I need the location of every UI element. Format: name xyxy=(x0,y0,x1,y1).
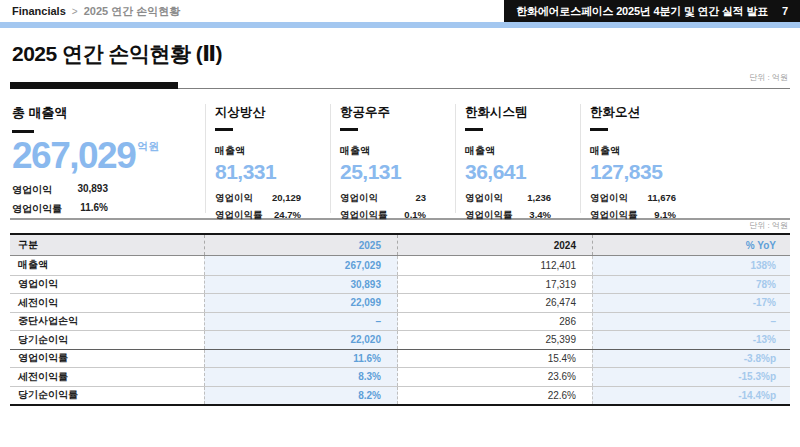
segment-title: 한화오션 xyxy=(590,104,790,121)
page-number: 7 xyxy=(782,5,788,17)
metric-value: 9.1% xyxy=(638,209,676,222)
value-2025: 11.6% xyxy=(204,350,398,368)
table-row: 세전이익률 8.3% 23.6% -15.3%p xyxy=(10,367,790,386)
segment-revenue-value: 127,835 xyxy=(590,160,790,184)
value-2025: 22,020 xyxy=(204,331,398,349)
table-row: 매출액 267,029 112,401 138% xyxy=(10,256,790,275)
segment-card-ground-defense: 지상방산 매출액 81,331 영업이익 20,129 영업이익률 24.7% xyxy=(205,104,330,213)
total-revenue-value: 267,029 xyxy=(12,135,135,176)
value-2024: 17,319 xyxy=(398,276,592,294)
value-2025: 8.2% xyxy=(204,387,398,405)
total-revenue-value-wrap: 267,029억원 xyxy=(12,137,205,174)
metric-label: 영업이익률 xyxy=(340,209,388,222)
metric-label: 영업이익률 xyxy=(215,209,263,222)
metric-value: 24.7% xyxy=(263,209,301,222)
page-body: 2025 연간 손익현황 (Ⅱ) 단위 : 억원 총 매출액 267,029억원… xyxy=(0,40,800,406)
breadcrumb-current: 2025 연간 손익현황 xyxy=(84,4,181,19)
metric-value: 11,676 xyxy=(638,192,676,205)
deck-title: 한화에어로스페이스 2025년 4분기 및 연간 실적 발표 xyxy=(516,4,768,19)
row-label: 영업이익 xyxy=(10,276,204,294)
value-2025: 8.3% xyxy=(204,368,398,386)
table-row: 영업이익률 11.6% 15.4% -3.8%p xyxy=(10,349,790,368)
value-2025: 267,029 xyxy=(204,256,398,275)
dash-accent xyxy=(590,128,608,131)
units-label-table: 단위 : 억원 xyxy=(10,220,790,231)
section-divider-top xyxy=(10,83,790,89)
dash-accent xyxy=(465,128,483,131)
total-metric-rows: 영업이익 30,893 영업이익률 11.6% xyxy=(12,183,205,216)
pnl-table: 구분 2025 2024 % YoY 매출액 267,029 112,401 1… xyxy=(10,233,790,406)
row-label: 세전이익률 xyxy=(10,368,204,386)
column-header-gubun: 구분 xyxy=(10,235,204,255)
segment-title: 항공우주 xyxy=(340,104,455,121)
metric-label: 영업이익 xyxy=(590,192,638,205)
metric-row: 영업이익률 3.4% xyxy=(465,209,580,222)
segment-metric-rows: 영업이익 1,236 영업이익률 3.4% xyxy=(465,192,580,222)
value-2024: 26,474 xyxy=(398,294,592,312)
segment-revenue-label: 매출액 xyxy=(340,144,455,158)
table-row: 세전이익 22,099 26,474 -17% xyxy=(10,293,790,312)
metric-label: 영업이익 xyxy=(340,192,388,205)
segment-metric-rows: 영업이익 20,129 영업이익률 24.7% xyxy=(215,192,330,222)
metric-label: 영업이익 xyxy=(12,183,66,197)
dash-accent xyxy=(215,128,233,131)
value-2024: 23.6% xyxy=(398,368,592,386)
row-label: 매출액 xyxy=(10,256,204,275)
row-label: 중단사업손익 xyxy=(10,313,204,331)
metric-row: 영업이익 1,236 xyxy=(465,192,580,205)
value-yoy: -13% xyxy=(592,331,790,349)
value-yoy: – xyxy=(592,313,790,331)
metric-label: 영업이익 xyxy=(215,192,263,205)
value-2025: – xyxy=(204,313,398,331)
metric-row: 영업이익률 0.1% xyxy=(340,209,455,222)
value-yoy: -14.4%p xyxy=(592,387,790,405)
table-header-row: 구분 2025 2024 % YoY xyxy=(10,235,790,256)
divider-black-accent xyxy=(10,82,178,89)
value-yoy: -17% xyxy=(592,294,790,312)
table-row: 당기순이익 22,020 25,399 -13% xyxy=(10,330,790,349)
segment-revenue-value: 81,331 xyxy=(215,160,330,184)
accent-bar xyxy=(0,22,800,28)
metric-value: 23 xyxy=(388,192,426,205)
metric-value: 20,129 xyxy=(263,192,301,205)
metric-value: 30,893 xyxy=(66,183,108,197)
metric-label: 영업이익률 xyxy=(590,209,638,222)
metric-label: 영업이익률 xyxy=(12,202,66,216)
value-2024: 112,401 xyxy=(398,256,592,275)
dash-accent xyxy=(12,130,34,133)
value-2024: 286 xyxy=(398,313,592,331)
column-header-yoy: % YoY xyxy=(592,235,790,255)
value-yoy: -15.3%p xyxy=(592,368,790,386)
breadcrumb-root: Financials xyxy=(12,5,66,17)
table-row: 당기순이익률 8.2% 22.6% -14.4%p xyxy=(10,386,790,405)
metric-value: 3.4% xyxy=(513,209,551,222)
breadcrumb: Financials > 2025 연간 손익현황 xyxy=(0,0,180,22)
segment-title: 지상방산 xyxy=(215,104,330,121)
metric-label: 영업이익률 xyxy=(465,209,513,222)
segment-revenue-value: 36,641 xyxy=(465,160,580,184)
summary-metrics: 총 매출액 267,029억원 영업이익 30,893 영업이익률 11.6% xyxy=(10,89,790,213)
metric-row: 영업이익 30,893 xyxy=(12,183,205,197)
slide: Financials > 2025 연간 손익현황 한화에어로스페이스 2025… xyxy=(0,0,800,447)
value-2025: 30,893 xyxy=(204,276,398,294)
metric-row: 영업이익 20,129 xyxy=(215,192,330,205)
metric-row: 영업이익 11,676 xyxy=(590,192,790,205)
table-row: 중단사업손익 – 286 – xyxy=(10,312,790,331)
total-revenue-card: 총 매출액 267,029억원 영업이익 30,893 영업이익률 11.6% xyxy=(12,104,205,213)
breadcrumb-separator-icon: > xyxy=(72,6,78,17)
row-label: 세전이익 xyxy=(10,294,204,312)
value-yoy: 138% xyxy=(592,256,790,275)
segment-revenue-label: 매출액 xyxy=(465,144,580,158)
segment-card-hanwha-systems: 한화시스템 매출액 36,641 영업이익 1,236 영업이익률 3.4% xyxy=(455,104,580,213)
segment-revenue-label: 매출액 xyxy=(590,144,790,158)
row-label: 당기순이익률 xyxy=(10,387,204,405)
value-2025: 22,099 xyxy=(204,294,398,312)
metric-row: 영업이익률 24.7% xyxy=(215,209,330,222)
metric-label: 영업이익 xyxy=(465,192,513,205)
segment-card-hanwha-ocean: 한화오션 매출액 127,835 영업이익 11,676 영업이익률 9.1% xyxy=(580,104,790,213)
total-revenue-unit: 억원 xyxy=(137,140,159,152)
segment-metric-rows: 영업이익 11,676 영업이익률 9.1% xyxy=(590,192,790,222)
dash-accent xyxy=(340,128,358,131)
metric-value: 1,236 xyxy=(513,192,551,205)
deck-title-badge: 한화에어로스페이스 2025년 4분기 및 연간 실적 발표 7 xyxy=(504,0,800,22)
